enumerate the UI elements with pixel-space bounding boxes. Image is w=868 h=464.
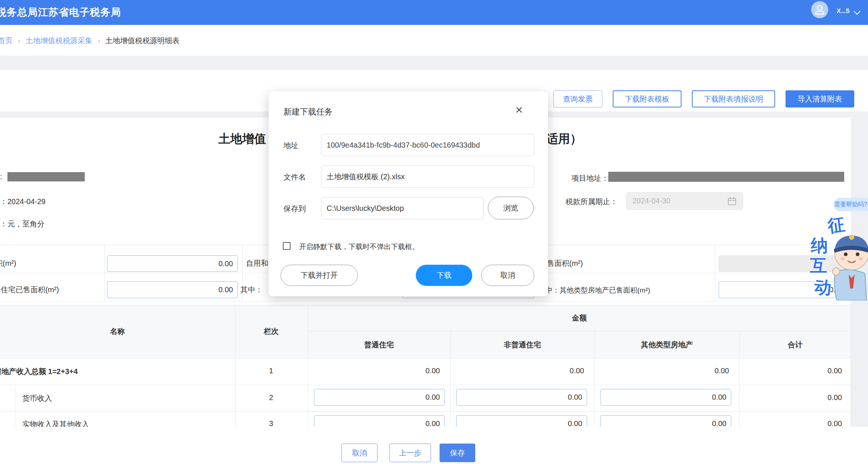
svg-text:纳: 纳 <box>810 236 828 255</box>
site-title: 税务总局江苏省电子税务局 <box>0 6 121 19</box>
svg-text:互: 互 <box>810 256 827 275</box>
other-type-sold-label: 中：其他类型房地产已售面积(m²) <box>545 286 650 295</box>
row-total: 0.00 <box>827 419 842 427</box>
col-header-total: 合计 <box>788 340 803 350</box>
table-border <box>0 411 851 412</box>
close-icon[interactable]: ✕ <box>512 103 526 117</box>
breadcrumb-section[interactable]: 土地增值税税源采集 <box>26 36 93 46</box>
row-total: 0.00 <box>827 367 842 375</box>
date-line: ：2024-04-29 <box>0 197 45 207</box>
row-value: 0.00 <box>715 367 729 375</box>
cancel-button[interactable]: 取消 <box>341 444 378 462</box>
table-border <box>15 385 15 427</box>
self-use-label: 自用和 <box>246 258 268 268</box>
download-open-button[interactable]: 下载并打开 <box>281 265 358 286</box>
table-border <box>739 331 740 427</box>
address-input[interactable] <box>321 134 534 156</box>
info-label-prefix: : <box>0 173 2 181</box>
table-border <box>0 358 851 358</box>
table-border <box>715 245 715 301</box>
residence-sold-input[interactable] <box>107 281 238 298</box>
row-name: 货币收入 <box>22 393 52 403</box>
period-date-input[interactable]: 2024-04-30 <box>626 192 743 210</box>
person-icon <box>814 4 825 15</box>
username-label[interactable]: X...S <box>837 8 850 14</box>
row-name: 实物收入及其他收入 <box>22 419 89 427</box>
period-date-value: 2024-04-30 <box>632 197 670 205</box>
dialog-title: 新建下载任务 <box>284 106 333 117</box>
save-path-input[interactable] <box>321 197 483 219</box>
row-value: 0.00 <box>570 367 584 375</box>
table-border <box>0 385 851 385</box>
table-border <box>851 305 851 427</box>
area-label: 积(m²) <box>0 258 16 268</box>
breadcrumb-separator-icon: › <box>98 36 100 45</box>
unit-line: ：元，至角分 <box>0 219 45 229</box>
project-address-label: 项目地址： <box>571 173 609 183</box>
unit-value: 元，至角分 <box>7 220 45 228</box>
help-badge[interactable]: 需要帮助吗? <box>833 198 868 211</box>
unit-prefix: ： <box>0 220 7 228</box>
area-input[interactable] <box>107 255 238 272</box>
app-root: 税务总局江苏省电子税务局 X...S 首页 › 土地增值税税源采集 › 土地增值… <box>0 0 868 464</box>
silent-download-label: 开启静默下载，下载时不弹出下载框。 <box>299 242 419 252</box>
row-value-input[interactable] <box>314 389 445 406</box>
row-value-input[interactable] <box>456 389 587 406</box>
table-border <box>235 305 236 427</box>
col-header-name: 名称 <box>110 326 125 336</box>
mascot-icon: 征 纳 互 动 <box>810 216 868 300</box>
period-label: 税款所属期止： <box>566 197 618 207</box>
col-header-amount: 金额 <box>572 313 587 323</box>
row-value-input[interactable] <box>600 415 731 427</box>
download-guide-button[interactable]: 下载附表填报说明 <box>692 90 775 107</box>
residence-sold-label: 通住宅已售面积(m²) <box>0 285 59 295</box>
page-title-right: 适用） <box>546 131 582 147</box>
amount-table: 名称 栏次 金额 普通住宅 非普通住宅 其他类型房地产 合计 房地产收入总额 1… <box>0 305 851 427</box>
sold-area-label: 售面积(m²) <box>547 258 583 268</box>
calendar-icon <box>727 196 737 206</box>
breadcrumb-home[interactable]: 首页 <box>0 36 13 46</box>
col-header-index: 栏次 <box>264 326 279 336</box>
table-border <box>104 245 105 301</box>
mascot-illustration[interactable]: 征 纳 互 动 <box>810 216 868 300</box>
row-index: 3 <box>269 419 273 427</box>
table-border <box>0 301 851 302</box>
dialog-cancel-button[interactable]: 取消 <box>481 265 534 286</box>
col-header-non-ordinary: 非普通住宅 <box>504 340 541 350</box>
download-template-button[interactable]: 下载附表模板 <box>613 90 681 107</box>
save-button[interactable]: 保存 <box>440 444 475 462</box>
row-index: 1 <box>269 367 273 375</box>
row-value-input[interactable] <box>600 389 731 406</box>
table-border <box>450 331 451 427</box>
address-label: 地址 <box>284 141 298 151</box>
browse-button[interactable]: 浏览 <box>488 197 534 219</box>
download-button[interactable]: 下载 <box>416 265 472 286</box>
breadcrumb-current: 土地增值税税源明细表 <box>105 36 179 46</box>
breadcrumb-separator-icon: › <box>18 36 20 45</box>
background-band <box>0 56 868 70</box>
table-border <box>595 331 595 427</box>
among-which-label: 其中： <box>240 285 263 295</box>
filename-input[interactable] <box>321 165 534 188</box>
query-invoice-button[interactable]: 查询发票 <box>553 90 602 107</box>
filename-label: 文件名 <box>284 172 306 182</box>
breadcrumb: 首页 › 土地增值税税源采集 › 土地增值税税源明细表 <box>0 36 179 46</box>
silent-download-checkbox[interactable] <box>283 242 291 250</box>
row-name: 房地产收入总额 1=2+3+4 <box>0 367 78 377</box>
row-total: 0.00 <box>827 393 842 402</box>
masked-value <box>608 172 844 182</box>
date-value: 2024-04-29 <box>7 197 45 206</box>
masked-value <box>7 172 85 181</box>
date-prefix: ： <box>0 197 7 206</box>
save-to-label: 保存到 <box>284 204 306 214</box>
row-value-input[interactable] <box>456 415 587 427</box>
user-avatar[interactable] <box>811 1 828 18</box>
page-title-left: 土地增值 <box>218 131 266 147</box>
chevron-down-icon[interactable] <box>854 8 860 14</box>
table-border <box>308 331 851 331</box>
row-value: 0.00 <box>425 367 440 375</box>
row-value-input[interactable] <box>314 415 445 427</box>
previous-step-button[interactable]: 上一步 <box>389 444 431 462</box>
import-attachment-button[interactable]: 导入清算附表 <box>786 90 854 107</box>
svg-text:征: 征 <box>826 216 846 236</box>
